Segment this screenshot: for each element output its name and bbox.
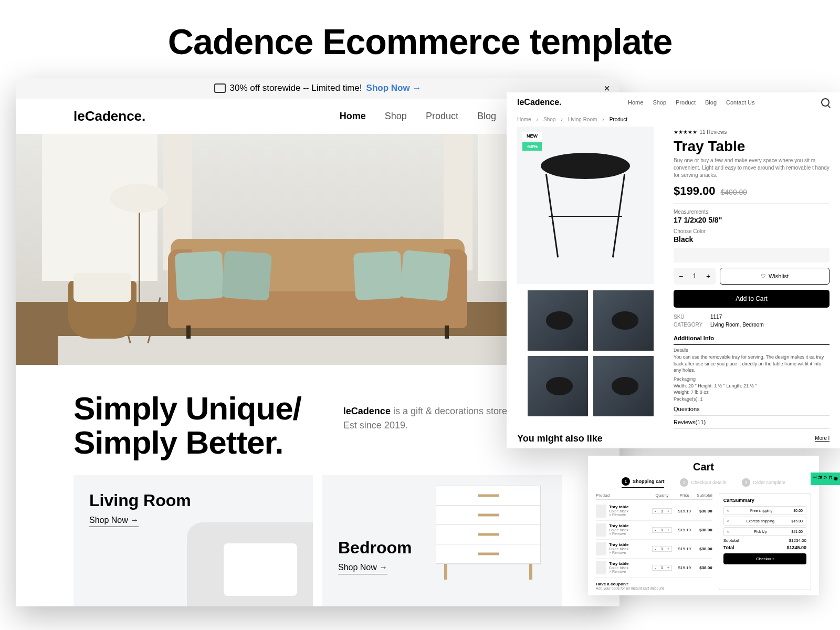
cart-qty-stepper[interactable]: -1+ — [652, 546, 672, 552]
nav-contact[interactable]: Contact Us — [726, 99, 754, 106]
nav-home[interactable]: Home — [628, 99, 643, 106]
thumbnail[interactable] — [528, 290, 588, 351]
qty-plus-button[interactable]: + — [701, 268, 716, 285]
category-card-living-room[interactable]: Living Room Shop Now → — [74, 475, 313, 606]
cart-qty-stepper[interactable]: -1+ — [652, 508, 672, 514]
cart-item-color: Color: black — [609, 547, 628, 551]
cart-item-price: $19.19 — [675, 547, 694, 551]
col-subtotal: Subtotal — [694, 493, 712, 498]
shipping-option[interactable]: Pick Up$21.00 — [723, 527, 806, 536]
summary-title: CartSummary — [723, 498, 806, 503]
price-current: $199.00 — [674, 184, 716, 198]
step-checkout[interactable]: Checkout details — [691, 480, 726, 485]
cart-item-thumb — [596, 561, 606, 574]
qty-value: 1 — [688, 272, 701, 280]
category-card-bedroom[interactable]: Bedroom Shop Now → — [322, 475, 562, 606]
tab-reviews[interactable]: Reviews(11) — [674, 416, 830, 429]
cart-row: Tray tableColor: black× Remove -1+ $19.1… — [596, 502, 712, 521]
ticket-icon — [214, 83, 226, 93]
category-value: Living Room, Bedroom — [710, 322, 764, 328]
sku-label: SKU — [674, 314, 710, 320]
product-title: Tray Table — [674, 138, 830, 155]
cart-remove-link[interactable]: × Remove — [609, 513, 628, 517]
color-swatch[interactable] — [674, 248, 830, 262]
quantity-stepper[interactable]: − 1 + — [674, 268, 716, 285]
step-complete[interactable]: Order complete — [753, 480, 785, 485]
cart-summary: CartSummary Free shipping$0.00Express sh… — [719, 493, 811, 590]
search-icon[interactable] — [821, 98, 830, 107]
total-value: $1345.00 — [786, 545, 806, 550]
cart-screenshot: Cart 1Shopping cart 2Checkout details 3O… — [588, 456, 819, 595]
thumbnail[interactable] — [593, 356, 654, 416]
cart-side-tab[interactable]: ◉ C A R T — [811, 472, 840, 485]
cart-item-color: Color: black — [609, 509, 628, 513]
product-page-screenshot: leCadence. Home Shop Product Blog Contac… — [507, 92, 840, 448]
cart-row: Tray tableColor: black× Remove -1+ $19.1… — [596, 559, 712, 578]
subtotal-label: Subtotal — [723, 538, 739, 543]
nav-product[interactable]: Product — [426, 111, 458, 122]
add-to-cart-button[interactable]: Add to Cart — [674, 290, 830, 308]
cart-item-thumb — [596, 523, 606, 537]
total-label: Total — [723, 545, 734, 550]
cart-item-price: $19.19 — [675, 528, 694, 532]
star-rating: ★★★★★ — [674, 129, 697, 135]
nav-blog[interactable]: Blog — [705, 99, 717, 106]
cart-qty-stepper[interactable]: -1+ — [652, 565, 672, 571]
cart-title: Cart — [596, 461, 811, 473]
badge-sale: -50% — [522, 142, 542, 151]
hero-heading: Simply Unique/Simply Better. — [74, 391, 301, 459]
cart-remove-link[interactable]: × Remove — [609, 532, 628, 536]
wishlist-button[interactable]: ♡Wishlist — [720, 268, 830, 285]
crumb-category[interactable]: Living Room — [568, 117, 597, 122]
checkout-button[interactable]: Checkout — [723, 553, 806, 564]
cart-remove-link[interactable]: × Remove — [609, 551, 628, 554]
col-price: Price — [675, 493, 694, 498]
more-link[interactable]: More l — [815, 435, 830, 442]
coupon-heading: Have a coupon? — [596, 582, 712, 586]
cart-row: Tray tableColor: black× Remove -1+ $19.1… — [596, 540, 712, 559]
crumb-current: Product — [610, 117, 627, 122]
category-shop-link[interactable]: Shop Now → — [338, 563, 387, 574]
checkout-steps: 1Shopping cart 2Checkout details 3Order … — [596, 477, 811, 488]
measurements-label: Measurements — [674, 209, 830, 215]
packaging-heading: Packaging — [674, 376, 830, 382]
category-label: CATEGORY — [674, 322, 710, 328]
review-count[interactable]: 11 Reviews — [699, 129, 727, 135]
shipping-option[interactable]: Express shipping$15.00 — [723, 517, 806, 526]
cart-remove-link[interactable]: × Remove — [609, 570, 628, 573]
color-value: Black — [674, 235, 830, 244]
thumbnail[interactable] — [528, 356, 588, 416]
promo-shop-now-link[interactable]: Shop Now → — [366, 83, 422, 93]
col-qty: Quality — [649, 493, 675, 498]
brand-logo[interactable]: leCadence. — [74, 108, 145, 124]
details-heading: Details — [674, 348, 830, 353]
nav-shop[interactable]: Shop — [653, 99, 666, 106]
promo-text: 30% off storewide -- Limited time! — [230, 83, 362, 93]
brand-logo[interactable]: leCadence. — [517, 98, 561, 107]
category-title: Living Room — [89, 491, 297, 510]
nav-shop[interactable]: Shop — [385, 111, 407, 122]
thumbnail[interactable] — [593, 290, 654, 351]
tab-additional-info[interactable]: Additional Info — [674, 332, 830, 345]
page-title: Cadence Ecommerce template — [0, 0, 840, 78]
crumb-shop[interactable]: Shop — [543, 117, 555, 122]
step-cart[interactable]: Shopping cart — [633, 479, 665, 484]
product-description: Buy one or buy a few and make every spac… — [674, 157, 830, 179]
nav-product[interactable]: Product — [676, 99, 696, 106]
cart-qty-stepper[interactable]: -1+ — [652, 527, 672, 533]
category-shop-link[interactable]: Shop Now → — [89, 516, 139, 527]
nav-blog[interactable]: Blog — [477, 111, 496, 122]
shipping-option[interactable]: Free shipping$0.00 — [723, 506, 806, 515]
cart-item-thumb — [596, 505, 606, 518]
measurements-value: 17 1/2x20 5/8" — [674, 216, 830, 224]
cart-item-name: Tray table — [609, 542, 628, 547]
cart-item-color: Color: black — [609, 528, 628, 532]
cart-item-name: Tray table — [609, 505, 628, 509]
cart-item-price: $19.19 — [675, 509, 694, 513]
cart-item-thumb — [596, 542, 606, 555]
cart-row: Tray tableColor: black× Remove -1+ $19.1… — [596, 521, 712, 540]
qty-minus-button[interactable]: − — [674, 268, 688, 285]
tab-questions[interactable]: Questions — [674, 403, 830, 416]
crumb-home[interactable]: Home — [517, 117, 531, 122]
nav-home[interactable]: Home — [340, 111, 366, 122]
